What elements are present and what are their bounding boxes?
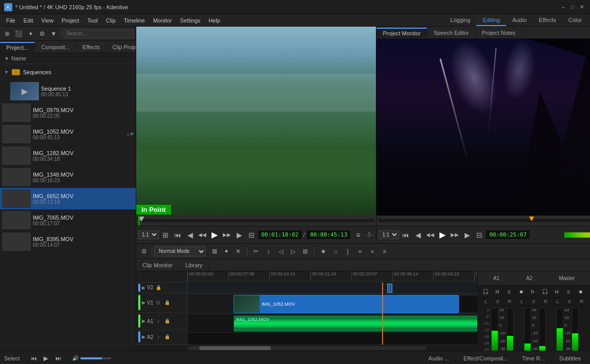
scrollbar-track[interactable] bbox=[187, 346, 426, 350]
a1-mute-btn[interactable]: M bbox=[492, 287, 503, 297]
sequences-folder[interactable]: ▼ Sequences bbox=[0, 64, 136, 80]
a2-expand[interactable]: ▶ bbox=[142, 334, 145, 339]
menu-project[interactable]: Project bbox=[57, 16, 83, 25]
tab-time-remap[interactable]: Time R... bbox=[517, 354, 550, 362]
proj-rewind-button[interactable]: ◀◀ bbox=[425, 229, 436, 241]
proj-ff-button[interactable]: ▶▶ bbox=[449, 229, 460, 241]
add-clip-button[interactable]: ⊕ bbox=[2, 29, 13, 39]
tl-splice-button[interactable]: ◁ bbox=[275, 246, 286, 256]
a1-fx[interactable]: fx bbox=[527, 287, 538, 297]
a2-fx[interactable]: fx bbox=[586, 287, 590, 297]
a1-expand[interactable]: ▶ bbox=[142, 318, 145, 324]
proj-next-button[interactable]: ▶ bbox=[461, 229, 473, 241]
clip-fullscreen-button[interactable]: ⊟ bbox=[246, 229, 257, 241]
menu-tool[interactable]: Tool bbox=[83, 16, 102, 25]
tab-clip-props[interactable]: Clip Props... bbox=[106, 42, 136, 52]
scrollbar-thumb[interactable] bbox=[199, 346, 271, 350]
clip-img0979[interactable]: IMG_0979.MOV 00:00:22:05 bbox=[0, 102, 136, 123]
clip-ff-button[interactable]: ▶▶ bbox=[221, 229, 233, 241]
menu-view[interactable]: View bbox=[37, 16, 58, 25]
proj-prev-button[interactable]: ◀ bbox=[412, 229, 424, 241]
clip-sequence1[interactable]: ▶ Sequence 1 00:00:45:13 bbox=[0, 80, 136, 102]
v1-expand[interactable]: ▶ bbox=[142, 300, 145, 305]
clip-fit-button[interactable]: ⊞ bbox=[160, 229, 171, 241]
menu-timeline[interactable]: Timeline bbox=[120, 16, 149, 25]
project-scrub-track[interactable] bbox=[378, 219, 590, 222]
clip-img6652[interactable]: IMG_6652.MOV 00:00:13:18 bbox=[0, 188, 136, 209]
menu-settings[interactable]: Settings bbox=[176, 16, 205, 25]
v1-clip-img1052[interactable]: IMG_1052.MOV bbox=[234, 295, 459, 313]
tab-speech-editor[interactable]: Speech Editor bbox=[427, 28, 475, 37]
filter-button[interactable]: ▼ bbox=[48, 29, 59, 39]
a2-mute-btn[interactable]: M bbox=[551, 287, 562, 297]
playhead[interactable] bbox=[382, 283, 383, 345]
ws-tab-effects[interactable]: Effects bbox=[533, 15, 562, 26]
maximize-button[interactable]: □ bbox=[568, 3, 577, 11]
tl-unmark-button[interactable]: ○ bbox=[330, 246, 341, 256]
ws-tab-editing[interactable]: Editing bbox=[476, 15, 506, 26]
tl-extract-button[interactable]: ▷ bbox=[287, 246, 299, 256]
clip-img1052[interactable]: IMG_1052.MOV 00:00:45:13 ♫ P bbox=[0, 123, 136, 145]
bottom-play-prev[interactable]: ⏮ bbox=[28, 353, 39, 363]
proj-fullscreen-button[interactable]: ⊟ bbox=[474, 229, 485, 241]
tab-effects-bottom[interactable]: Effect/Composit... bbox=[458, 354, 513, 362]
v1-sync[interactable]: ⊡ bbox=[155, 299, 162, 306]
tl-lift-button[interactable]: ⊞ bbox=[300, 246, 311, 256]
clip-properties-button[interactable]: ⚙ bbox=[37, 29, 48, 39]
tl-guide-button[interactable]: | bbox=[342, 246, 353, 256]
a1-mute[interactable]: ♪ bbox=[155, 317, 162, 325]
tab-subtitles[interactable]: Subtitles bbox=[554, 354, 586, 362]
clip-prev-button[interactable]: ◀ bbox=[184, 229, 196, 241]
clip-img1348[interactable]: IMG_1348.MOV 00:00:16:23 bbox=[0, 166, 136, 188]
tl-spacer-button[interactable]: ↕ bbox=[263, 246, 274, 256]
a2-lock[interactable]: 🔒 bbox=[163, 333, 171, 340]
timeline-scrollbar[interactable] bbox=[136, 345, 477, 351]
scrub-button[interactable]: ✕ bbox=[233, 246, 244, 256]
clip-extra1[interactable]: ≡ bbox=[352, 229, 364, 241]
tl-mark-button[interactable]: ★ bbox=[318, 246, 329, 256]
a2-headphones[interactable]: 🎧 bbox=[539, 287, 551, 297]
tab-compositing[interactable]: Composit... bbox=[35, 42, 76, 52]
tab-effects[interactable]: Effects bbox=[76, 42, 106, 52]
project-monitor-scrubber[interactable] bbox=[376, 216, 590, 226]
clip-next-button[interactable]: ▶ bbox=[234, 229, 245, 241]
clip-in-button[interactable]: ⏮ bbox=[172, 229, 183, 241]
close-button[interactable]: ✕ bbox=[578, 3, 586, 11]
scrub-track[interactable] bbox=[138, 219, 374, 222]
tl-razor-button[interactable]: ✂ bbox=[250, 246, 262, 256]
ws-tab-audio[interactable]: Audio bbox=[506, 15, 533, 26]
clip-img7065[interactable]: IMG_7065.MOV 00:00:17:07 bbox=[0, 209, 136, 231]
tl-mode-select[interactable]: Normal Mode Overwrite Mode bbox=[154, 246, 206, 256]
a1-headphones[interactable]: 🎧 bbox=[480, 287, 491, 297]
clip-img1282[interactable]: IMG_1282.MOV 00:00:34:18 bbox=[0, 145, 136, 166]
menu-file[interactable]: File bbox=[2, 16, 19, 25]
a1-solo-btn[interactable]: S bbox=[503, 287, 515, 297]
v1-black-clip[interactable] bbox=[459, 295, 477, 313]
search-input[interactable] bbox=[64, 29, 134, 38]
tl-prev-guide[interactable]: « bbox=[354, 246, 366, 256]
proj-zoom-select[interactable]: 1:1 Fit bbox=[378, 230, 399, 239]
a1-record[interactable]: ⏺ bbox=[515, 287, 526, 297]
v1-lock[interactable]: 🔒 bbox=[163, 299, 171, 306]
tab-audio-bottom[interactable]: Audio ... bbox=[424, 354, 454, 362]
a2-solo-btn[interactable]: S bbox=[563, 287, 574, 297]
ripple-button[interactable]: ✦ bbox=[221, 246, 232, 256]
tab-library[interactable]: Library bbox=[179, 261, 209, 270]
clip-rewind-button[interactable]: ◀◀ bbox=[197, 229, 208, 241]
v2-clip-stub[interactable] bbox=[387, 284, 392, 293]
clip-monitor-scrubber[interactable] bbox=[136, 216, 376, 226]
ws-tab-color[interactable]: Color bbox=[562, 15, 588, 26]
tab-project[interactable]: Project... bbox=[0, 42, 35, 52]
a1-lock[interactable]: 🔒 bbox=[163, 317, 171, 325]
delete-clip-button[interactable]: ✦ bbox=[25, 29, 36, 39]
menu-monitor[interactable]: Monitor bbox=[149, 16, 176, 25]
minimize-button[interactable]: – bbox=[559, 3, 567, 11]
a2-record2[interactable]: ⏺ bbox=[575, 287, 586, 297]
clip-zoom-select[interactable]: 1:1 1:2 Fit bbox=[138, 230, 159, 239]
bottom-play-btn[interactable]: ▶ bbox=[40, 353, 52, 363]
project-scrub-head[interactable] bbox=[529, 217, 534, 221]
proj-play-button[interactable]: ▶ bbox=[437, 229, 448, 241]
vol-track[interactable] bbox=[80, 357, 111, 359]
ws-tab-logging[interactable]: Logging bbox=[444, 15, 476, 26]
proj-in-button[interactable]: ⏮ bbox=[400, 229, 411, 241]
